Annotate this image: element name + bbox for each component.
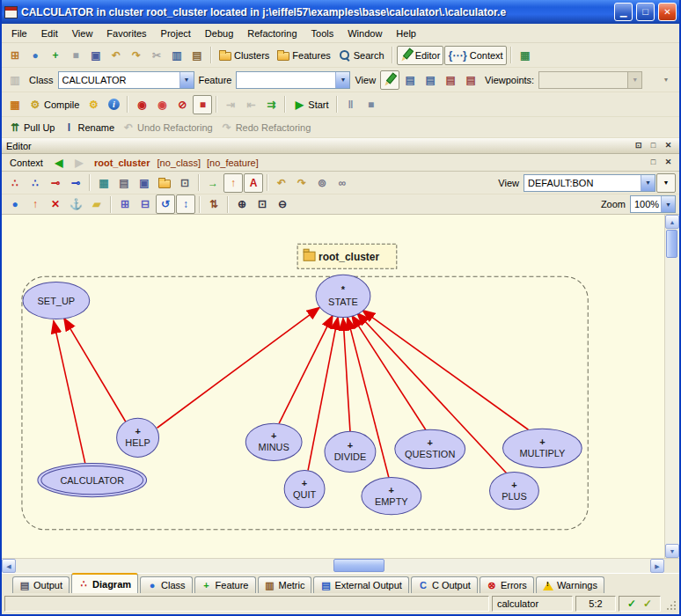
erase-button[interactable]: ▰ (87, 194, 106, 214)
tab-metric[interactable]: ▥Metric (258, 576, 312, 593)
tab-errors[interactable]: ⊗Errors (480, 576, 534, 593)
open-diagram-button[interactable] (155, 173, 174, 193)
inheritance-link-calculator-to-set_up[interactable] (54, 321, 85, 464)
menu-view[interactable]: View (65, 26, 100, 41)
menu-debug[interactable]: Debug (198, 26, 240, 41)
context-maximize-button[interactable]: □ (647, 157, 660, 169)
text-labels-button[interactable]: A (244, 173, 263, 193)
minimize-button[interactable] (614, 3, 633, 21)
view-menu-button[interactable] (656, 173, 676, 193)
vertical-scrollbar[interactable] (664, 215, 679, 558)
interface-view-button[interactable]: ▤ (461, 70, 480, 90)
menu-favorites[interactable]: Favorites (99, 26, 153, 41)
save-diagram-button[interactable]: ▣ (135, 173, 154, 193)
depth-button[interactable]: ⇅ (204, 194, 223, 214)
class-node-question[interactable]: +QUESTION (395, 429, 465, 468)
inheritance-link-tool-button[interactable]: ⊸ (66, 173, 85, 193)
maximize-button[interactable] (636, 3, 655, 21)
class-node-plus[interactable]: +PLUS (490, 473, 539, 510)
show-ancestors-button[interactable]: ↑ (223, 173, 243, 193)
menu-tools[interactable]: Tools (304, 26, 341, 41)
editor-button[interactable]: Editor (397, 46, 444, 65)
contract-view-button[interactable]: ▤ (441, 70, 460, 90)
remove-anchor-button[interactable]: ⚓ (66, 194, 86, 214)
debug-run-button[interactable]: ◉ (132, 95, 151, 114)
zoom-combobox[interactable]: 100% (630, 195, 676, 213)
zoom-out-button[interactable]: ⊖ (273, 194, 292, 214)
view-combobox[interactable]: DEFAULT:BON (524, 174, 655, 192)
clickable-view-button[interactable]: ▤ (400, 70, 420, 90)
scroll-left-button[interactable] (2, 559, 16, 573)
vertical-scroll-thumb[interactable] (666, 230, 677, 258)
horizontal-scroll-thumb[interactable] (333, 559, 384, 572)
class-figure-button[interactable]: ● (5, 194, 25, 214)
redo-button[interactable]: ↷ (127, 46, 146, 65)
menu-edit[interactable]: Edit (34, 26, 65, 41)
menu-help[interactable]: Help (389, 26, 423, 41)
run-ignore-button[interactable]: ⇉ (261, 95, 281, 114)
search-button[interactable]: Search (335, 46, 388, 65)
class-node-set_up[interactable]: SET_UP (23, 282, 90, 319)
editor-undock-button[interactable]: ⊡ (632, 140, 645, 152)
client-link-button[interactable]: ⊸ (46, 173, 65, 193)
scroll-down-button[interactable] (665, 544, 679, 558)
new-window-button[interactable]: ⊞ (5, 46, 25, 65)
rename-button[interactable]: IRename (59, 120, 118, 136)
export-image-button[interactable]: ▦ (94, 173, 114, 193)
context-close-button[interactable]: ✕ (662, 157, 675, 169)
cluster-shapes-button[interactable]: ⊞ (115, 194, 135, 214)
zoom-in-button[interactable]: ⊕ (232, 194, 252, 214)
bon-diagram[interactable]: root_clusterSET_UP*STATE+HELPCALCULATOR+… (2, 215, 664, 558)
undo-button[interactable]: ↶ (106, 46, 126, 65)
toggle-quality-button[interactable]: ⊚ (312, 173, 332, 193)
force-layout-button[interactable]: ↕ (176, 194, 195, 214)
debug-no-stop-button[interactable]: ◉ (152, 95, 172, 114)
features-button[interactable]: Features (274, 46, 333, 65)
info-button[interactable]: i (104, 95, 123, 114)
history-back-button[interactable]: ◀ (49, 155, 69, 171)
menu-window[interactable]: Window (340, 26, 389, 41)
melt-button[interactable]: ▦ (5, 95, 25, 114)
clear-breakpoints-button[interactable]: ■ (193, 95, 212, 114)
flat-view-button[interactable]: ▤ (421, 70, 440, 90)
zoom-combobox-arrow-icon[interactable] (661, 196, 675, 212)
tab-warnings[interactable]: Warnings (536, 576, 604, 593)
editor-close-button[interactable]: ✕ (662, 140, 675, 152)
breadcrumb-feature[interactable]: [no_feature] (205, 158, 260, 168)
scroll-up-button[interactable] (665, 215, 679, 229)
tab-class[interactable]: ●Class (140, 576, 193, 593)
stop-button[interactable]: ■ (362, 95, 381, 114)
sync-ok-icon[interactable]: ✓ (640, 597, 655, 611)
paste-button[interactable]: ▤ (187, 46, 207, 65)
class-node-minus[interactable]: +MINUS (245, 423, 302, 460)
inheritance-link-help-to-state[interactable] (157, 308, 320, 429)
class-combobox-value[interactable]: CALCULATOR (59, 75, 179, 85)
save-button[interactable]: ▣ (86, 46, 106, 65)
toggle-links-button[interactable]: ∞ (333, 173, 352, 193)
class-combobox[interactable]: CALCULATOR (58, 71, 194, 89)
menu-refactoring[interactable]: Refactoring (240, 26, 304, 41)
class-node-divide[interactable]: +DIVIDE (325, 431, 376, 472)
new-cluster-button[interactable]: ∴ (26, 173, 45, 193)
class-node-empty[interactable]: +EMPTY (362, 478, 421, 515)
tab-feature[interactable]: +Feature (194, 576, 256, 593)
tab-c-output[interactable]: CC Output (411, 576, 478, 593)
tab-diagram[interactable]: ∴Diagram (71, 573, 138, 593)
feature-combobox-arrow-icon[interactable] (335, 72, 349, 88)
circular-layout-button[interactable]: ↺ (156, 194, 175, 214)
delete-figure-button[interactable]: ✕ (46, 194, 65, 214)
external-editor-button[interactable]: ▦ (516, 46, 535, 65)
go-to-class-button[interactable]: → (203, 173, 223, 193)
diagram-undo-button[interactable]: ↶ (272, 173, 291, 193)
zoom-fit-button[interactable]: ⊡ (253, 194, 272, 214)
editor-pane-header[interactable]: Editor ⊡□✕ (2, 138, 679, 154)
new-class-button[interactable]: ∴ (5, 173, 25, 193)
compile-button[interactable]: ⚙Compile (26, 95, 83, 114)
diagram-redo-button[interactable]: ↷ (292, 173, 311, 193)
inheritance-figure-button[interactable]: ↑ (26, 194, 45, 214)
scroll-right-button[interactable] (650, 559, 664, 573)
clusters-button[interactable]: Clusters (216, 46, 273, 65)
class-node-state[interactable]: *STATE (316, 275, 370, 317)
basic-text-view-button[interactable] (380, 70, 399, 90)
open-button[interactable]: ● (26, 46, 45, 65)
